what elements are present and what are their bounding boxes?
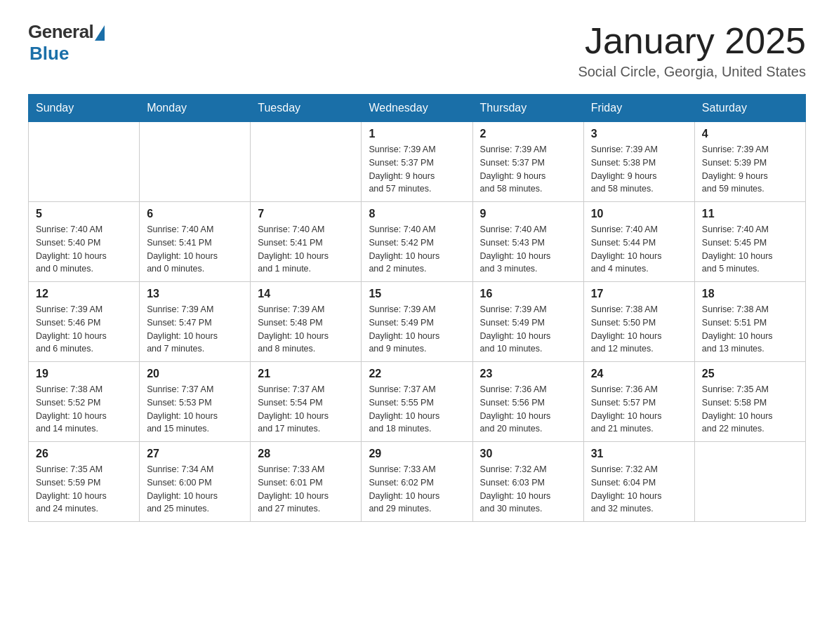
day-info: Sunrise: 7:40 AMSunset: 5:43 PMDaylight:… xyxy=(480,223,576,276)
calendar-header-saturday: Saturday xyxy=(694,95,805,122)
calendar-week-row: 12Sunrise: 7:39 AMSunset: 5:46 PMDayligh… xyxy=(29,282,806,362)
calendar-cell xyxy=(251,122,362,202)
day-number: 24 xyxy=(591,368,687,380)
logo: General Blue xyxy=(28,21,105,65)
calendar-cell xyxy=(694,442,805,522)
calendar-week-row: 19Sunrise: 7:38 AMSunset: 5:52 PMDayligh… xyxy=(29,362,806,442)
day-info: Sunrise: 7:39 AMSunset: 5:37 PMDaylight:… xyxy=(480,143,576,196)
calendar-cell: 30Sunrise: 7:32 AMSunset: 6:03 PMDayligh… xyxy=(472,442,583,522)
day-number: 16 xyxy=(480,288,576,300)
day-info: Sunrise: 7:40 AMSunset: 5:40 PMDaylight:… xyxy=(36,223,132,276)
day-number: 30 xyxy=(480,448,576,460)
day-info: Sunrise: 7:39 AMSunset: 5:38 PMDaylight:… xyxy=(591,143,687,196)
calendar-cell: 11Sunrise: 7:40 AMSunset: 5:45 PMDayligh… xyxy=(694,202,805,282)
calendar-cell: 25Sunrise: 7:35 AMSunset: 5:58 PMDayligh… xyxy=(694,362,805,442)
calendar-header-thursday: Thursday xyxy=(472,95,583,122)
calendar-cell: 5Sunrise: 7:40 AMSunset: 5:40 PMDaylight… xyxy=(29,202,140,282)
day-number: 19 xyxy=(36,368,132,380)
calendar-cell: 27Sunrise: 7:34 AMSunset: 6:00 PMDayligh… xyxy=(140,442,251,522)
day-info: Sunrise: 7:39 AMSunset: 5:49 PMDaylight:… xyxy=(369,303,465,356)
day-info: Sunrise: 7:40 AMSunset: 5:41 PMDaylight:… xyxy=(258,223,354,276)
day-info: Sunrise: 7:32 AMSunset: 6:03 PMDaylight:… xyxy=(480,463,576,516)
calendar-cell: 1Sunrise: 7:39 AMSunset: 5:37 PMDaylight… xyxy=(362,122,472,202)
calendar-cell: 23Sunrise: 7:36 AMSunset: 5:56 PMDayligh… xyxy=(472,362,583,442)
day-info: Sunrise: 7:39 AMSunset: 5:37 PMDaylight:… xyxy=(369,143,465,196)
day-number: 20 xyxy=(147,368,243,380)
day-number: 21 xyxy=(258,368,354,380)
calendar-week-row: 1Sunrise: 7:39 AMSunset: 5:37 PMDaylight… xyxy=(29,122,806,202)
day-number: 25 xyxy=(702,368,798,380)
day-info: Sunrise: 7:33 AMSunset: 6:01 PMDaylight:… xyxy=(258,463,354,516)
calendar-cell: 18Sunrise: 7:38 AMSunset: 5:51 PMDayligh… xyxy=(694,282,805,362)
calendar-week-row: 5Sunrise: 7:40 AMSunset: 5:40 PMDaylight… xyxy=(29,202,806,282)
day-info: Sunrise: 7:33 AMSunset: 6:02 PMDaylight:… xyxy=(369,463,465,516)
day-number: 1 xyxy=(369,128,465,140)
day-info: Sunrise: 7:37 AMSunset: 5:55 PMDaylight:… xyxy=(369,383,465,436)
day-info: Sunrise: 7:39 AMSunset: 5:49 PMDaylight:… xyxy=(480,303,576,356)
day-info: Sunrise: 7:37 AMSunset: 5:53 PMDaylight:… xyxy=(147,383,243,436)
page-header: General Blue January 2025 Social Circle,… xyxy=(28,21,806,80)
calendar-cell: 15Sunrise: 7:39 AMSunset: 5:49 PMDayligh… xyxy=(362,282,472,362)
logo-blue-text: Blue xyxy=(29,43,69,65)
calendar-cell: 28Sunrise: 7:33 AMSunset: 6:01 PMDayligh… xyxy=(251,442,362,522)
day-info: Sunrise: 7:39 AMSunset: 5:39 PMDaylight:… xyxy=(702,143,798,196)
calendar-cell: 13Sunrise: 7:39 AMSunset: 5:47 PMDayligh… xyxy=(140,282,251,362)
calendar-cell: 22Sunrise: 7:37 AMSunset: 5:55 PMDayligh… xyxy=(362,362,472,442)
day-number: 12 xyxy=(36,288,132,300)
day-number: 11 xyxy=(702,208,798,220)
month-title: January 2025 xyxy=(578,21,806,61)
calendar-cell: 7Sunrise: 7:40 AMSunset: 5:41 PMDaylight… xyxy=(251,202,362,282)
calendar-cell: 10Sunrise: 7:40 AMSunset: 5:44 PMDayligh… xyxy=(583,202,694,282)
day-number: 13 xyxy=(147,288,243,300)
calendar-cell: 4Sunrise: 7:39 AMSunset: 5:39 PMDaylight… xyxy=(694,122,805,202)
day-info: Sunrise: 7:34 AMSunset: 6:00 PMDaylight:… xyxy=(147,463,243,516)
day-number: 26 xyxy=(36,448,132,460)
calendar-cell xyxy=(29,122,140,202)
calendar-header-friday: Friday xyxy=(583,95,694,122)
calendar-cell: 24Sunrise: 7:36 AMSunset: 5:57 PMDayligh… xyxy=(583,362,694,442)
day-info: Sunrise: 7:37 AMSunset: 5:54 PMDaylight:… xyxy=(258,383,354,436)
title-section: January 2025 Social Circle, Georgia, Uni… xyxy=(578,21,806,80)
calendar-cell: 2Sunrise: 7:39 AMSunset: 5:37 PMDaylight… xyxy=(472,122,583,202)
day-number: 3 xyxy=(591,128,687,140)
logo-triangle-icon xyxy=(95,25,105,41)
calendar-cell xyxy=(140,122,251,202)
calendar-header-row: SundayMondayTuesdayWednesdayThursdayFrid… xyxy=(29,95,806,122)
day-info: Sunrise: 7:35 AMSunset: 5:58 PMDaylight:… xyxy=(702,383,798,436)
day-number: 29 xyxy=(369,448,465,460)
calendar-cell: 29Sunrise: 7:33 AMSunset: 6:02 PMDayligh… xyxy=(362,442,472,522)
day-info: Sunrise: 7:32 AMSunset: 6:04 PMDaylight:… xyxy=(591,463,687,516)
location-text: Social Circle, Georgia, United States xyxy=(578,64,806,80)
day-number: 9 xyxy=(480,208,576,220)
day-number: 14 xyxy=(258,288,354,300)
calendar-cell: 6Sunrise: 7:40 AMSunset: 5:41 PMDaylight… xyxy=(140,202,251,282)
day-info: Sunrise: 7:39 AMSunset: 5:47 PMDaylight:… xyxy=(147,303,243,356)
day-number: 23 xyxy=(480,368,576,380)
calendar-cell: 14Sunrise: 7:39 AMSunset: 5:48 PMDayligh… xyxy=(251,282,362,362)
calendar-cell: 16Sunrise: 7:39 AMSunset: 5:49 PMDayligh… xyxy=(472,282,583,362)
day-info: Sunrise: 7:38 AMSunset: 5:52 PMDaylight:… xyxy=(36,383,132,436)
day-info: Sunrise: 7:40 AMSunset: 5:44 PMDaylight:… xyxy=(591,223,687,276)
calendar-cell: 20Sunrise: 7:37 AMSunset: 5:53 PMDayligh… xyxy=(140,362,251,442)
day-info: Sunrise: 7:40 AMSunset: 5:45 PMDaylight:… xyxy=(702,223,798,276)
day-number: 4 xyxy=(702,128,798,140)
logo-general-text: General xyxy=(28,21,93,43)
day-info: Sunrise: 7:36 AMSunset: 5:56 PMDaylight:… xyxy=(480,383,576,436)
day-number: 17 xyxy=(591,288,687,300)
calendar-cell: 26Sunrise: 7:35 AMSunset: 5:59 PMDayligh… xyxy=(29,442,140,522)
day-info: Sunrise: 7:38 AMSunset: 5:50 PMDaylight:… xyxy=(591,303,687,356)
calendar-cell: 21Sunrise: 7:37 AMSunset: 5:54 PMDayligh… xyxy=(251,362,362,442)
day-number: 2 xyxy=(480,128,576,140)
calendar-week-row: 26Sunrise: 7:35 AMSunset: 5:59 PMDayligh… xyxy=(29,442,806,522)
calendar-header-tuesday: Tuesday xyxy=(251,95,362,122)
calendar-cell: 17Sunrise: 7:38 AMSunset: 5:50 PMDayligh… xyxy=(583,282,694,362)
calendar-cell: 31Sunrise: 7:32 AMSunset: 6:04 PMDayligh… xyxy=(583,442,694,522)
day-info: Sunrise: 7:40 AMSunset: 5:41 PMDaylight:… xyxy=(147,223,243,276)
calendar-header-sunday: Sunday xyxy=(29,95,140,122)
day-number: 22 xyxy=(369,368,465,380)
day-number: 15 xyxy=(369,288,465,300)
day-number: 28 xyxy=(258,448,354,460)
day-number: 7 xyxy=(258,208,354,220)
day-info: Sunrise: 7:36 AMSunset: 5:57 PMDaylight:… xyxy=(591,383,687,436)
calendar-cell: 12Sunrise: 7:39 AMSunset: 5:46 PMDayligh… xyxy=(29,282,140,362)
